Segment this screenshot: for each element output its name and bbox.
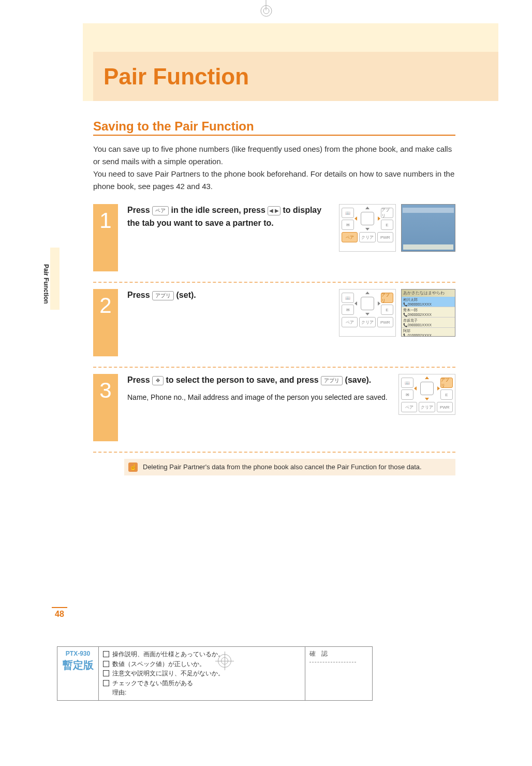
appli-inline-key-icon: アプリ: [152, 291, 174, 300]
checklist-item: チェックできない箇所がある: [112, 680, 193, 687]
step-3-fragment-b: to select the person to save, and press: [166, 375, 321, 384]
step-3-fragment-c: (save).: [345, 375, 372, 384]
step-3-subtext: Name, Phone no., Mail address and image …: [127, 392, 392, 403]
screenshot-phonebook-list: あかさたなはまやらわ 相川太郎 📞0900001XXXX 青木一郎 📞09000…: [401, 289, 455, 337]
step-1-text: Press ペア in the idle screen, press ◀ ▶ t…: [127, 204, 333, 252]
hand-point-icon: ☝: [128, 463, 138, 472]
e-key-icon: E: [381, 305, 393, 315]
list-item-name: 相川太郎: [403, 297, 453, 302]
mail-key-icon: ✉: [342, 305, 354, 315]
book-key-icon: 📖: [342, 293, 354, 303]
model-label: PTX-930: [61, 650, 95, 657]
review-checklist: 操作説明、画面が仕様とあっているか。 数値（スペック値）が正しいか。 注意文や説…: [99, 647, 305, 700]
book-key-icon: 📖: [401, 378, 413, 388]
pair-key-icon: ペア: [152, 206, 169, 215]
step-3-number: 3: [93, 374, 118, 441]
appli-key-icon: アプリ: [440, 378, 453, 388]
step-3-fragment-a: Press: [127, 375, 152, 384]
checklist-item: 数値（スペック値）が正しいか。: [112, 660, 205, 668]
dpad-center: [415, 378, 439, 399]
list-item-number: 📞0100002XXXX: [403, 333, 453, 337]
dpad-all-icon: ✥: [152, 376, 164, 385]
dpad-left-right-icon: ◀ ▶: [268, 206, 280, 215]
mail-key-icon: ✉: [342, 220, 354, 230]
e-key-icon: E: [381, 220, 393, 230]
list-item-number: 📞0900001XXXX: [403, 323, 453, 327]
confirm-underline: [309, 662, 356, 662]
stage-label: 暫定版: [61, 658, 95, 672]
pair-bottom-key-icon: ペア: [342, 232, 358, 242]
step-1: 1 Press ペア in the idle screen, press ◀ ▶…: [93, 204, 455, 283]
note-box: ☝ Deleting Pair Partner's data from the …: [124, 459, 455, 475]
step-3: 3 Press ✥ to select the person to save, …: [93, 374, 455, 453]
list-item: 青木一郎 📞0900002XXXX: [402, 307, 455, 317]
step-2-number: 2: [93, 289, 118, 356]
list-item-name: 青木一郎: [403, 308, 453, 312]
step-2-text: Press アプリ (set).: [127, 289, 333, 337]
page-title: Pair Function: [93, 64, 249, 90]
title-background-dark: Pair Function: [93, 52, 498, 101]
appli-key-icon: アプリ: [381, 293, 393, 303]
keypad-figure-3: 📖 アプリ ✉ E ペア クリア: [398, 374, 455, 415]
pwr-key-icon: PWR: [437, 402, 453, 412]
side-tab-label: Pair Function: [40, 254, 52, 314]
review-confirm-column: 確 認: [305, 647, 372, 700]
checkbox-icon: [103, 670, 109, 676]
list-index-header: あかさたなはまやらわ: [402, 290, 455, 297]
list-item: 赤坂花子 📞0900001XXXX: [402, 317, 455, 328]
confirm-label: 確 認: [309, 650, 330, 657]
section-heading: Saving to the Pair Function: [93, 119, 455, 136]
checkbox-icon: [103, 680, 109, 686]
checkbox-icon: [103, 661, 109, 667]
pwr-key-icon: PWR: [377, 317, 393, 327]
crop-mark-top: [266, 0, 267, 10]
clear-key-icon: クリア: [419, 402, 435, 412]
clear-key-icon: クリア: [359, 317, 375, 327]
pair-bottom-key-icon: ペア: [342, 317, 358, 327]
checklist-reason-label: 理由:: [112, 689, 126, 696]
appli-inline-key-icon: アプリ: [321, 376, 343, 385]
list-item: 相川太郎 📞0900001XXXX: [402, 297, 455, 307]
step-1-fragment-b: in the idle screen, press: [171, 206, 268, 214]
list-item-number: 📞0900001XXXX: [403, 302, 453, 307]
note-text: Deleting Pair Partner's data from the ph…: [143, 463, 422, 471]
keypad-figure-2: 📖 アプリ ✉ E ペア クリア: [339, 289, 396, 337]
list-item: 阿部 📞0100002XXXX: [402, 328, 455, 337]
review-model-column: PTX-930 暫定版: [57, 647, 99, 700]
checklist-item: 操作説明、画面が仕様とあっているか。: [112, 651, 224, 658]
step-2: 2 Press アプリ (set). 📖: [93, 289, 455, 368]
mail-key-icon: ✉: [401, 389, 413, 400]
checklist-item: 注意文や説明文に誤り、不足がないか。: [112, 670, 224, 677]
pwr-key-icon: PWR: [377, 232, 393, 242]
keypad-figure-1: 📖 アプリ ✉ E ペア クリア: [339, 204, 396, 252]
page-number: 48: [52, 607, 67, 619]
step-2-fragment-b: (set).: [176, 291, 196, 299]
step-1-fragment-a: Press: [127, 206, 152, 214]
list-item-name: 阿部: [403, 328, 453, 333]
e-key-icon: E: [440, 389, 453, 400]
dpad-center: [356, 293, 379, 314]
screenshot-idle: [401, 204, 455, 252]
main-content: Saving to the Pair Function You can save…: [93, 119, 455, 475]
step-3-text: Press ✥ to select the person to save, an…: [127, 374, 392, 415]
review-stamp-box: PTX-930 暫定版 操作説明、画面が仕様とあっているか。 数値（スペック値）…: [57, 646, 373, 701]
dpad-center: [356, 208, 379, 229]
intro-text: You can save up to five phone numbers (l…: [93, 143, 455, 193]
list-item-name: 赤坂花子: [403, 318, 453, 323]
step-2-fragment-a: Press: [127, 291, 152, 299]
book-key-icon: 📖: [342, 208, 354, 218]
list-item-number: 📞0900002XXXX: [403, 312, 453, 317]
pair-bottom-key-icon: ペア: [401, 402, 417, 412]
step-1-number: 1: [93, 204, 118, 271]
clear-key-icon: クリア: [359, 232, 375, 242]
appli-key-icon: アプリ: [381, 208, 393, 218]
checkbox-icon: [103, 651, 109, 657]
